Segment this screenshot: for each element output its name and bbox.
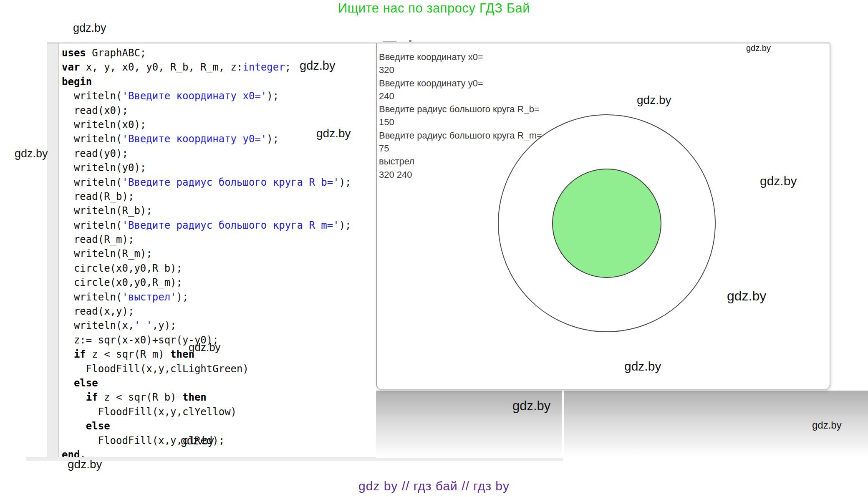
- console-line: Введите координату x0=: [379, 50, 542, 63]
- console-line: Введите радиус большого круга R_m=: [379, 129, 542, 142]
- console-line: 320: [379, 63, 542, 76]
- code-line: begin: [62, 75, 376, 89]
- watermark: gdz.by: [637, 93, 671, 107]
- console-line: выстрел: [379, 155, 542, 168]
- code-line: else: [62, 419, 376, 433]
- console-line: Введите радиус большого круга R_b=: [379, 103, 542, 116]
- code-line: if z < sqr(R_b) then: [62, 390, 376, 404]
- console-line: 75: [379, 142, 542, 155]
- console-line: 320 240: [379, 168, 542, 181]
- watermark: gdz.by: [812, 419, 842, 431]
- shadow-band: [376, 391, 868, 458]
- code-line: circle(x0,y0,R_m);: [62, 275, 376, 290]
- code-line: else: [62, 376, 376, 390]
- watermark: gdz.by: [181, 434, 214, 447]
- page-heading: Ищите нас по запросу ГДЗ Бай: [0, 1, 868, 16]
- editor-gutter: [47, 43, 59, 457]
- code-line: writeln(x,' ',y);: [62, 318, 376, 333]
- code-line: writeln('Введите радиус большого круга R…: [62, 218, 376, 232]
- code-line: FloodFill(x,y,clLightGreen): [62, 362, 376, 376]
- console-line: 150: [379, 116, 542, 129]
- watermark: gdz.by: [512, 399, 550, 414]
- watermark: gdz.by: [624, 359, 661, 373]
- code-line: writeln('Введите координату x0=');: [62, 89, 376, 103]
- shadow-band-divider: [562, 391, 564, 458]
- code-line: writeln('Введите радиус большого круга R…: [62, 175, 376, 189]
- watermark: gdz.by: [746, 43, 771, 53]
- code-line: writeln('выстрел');: [62, 290, 376, 304]
- console-line: Введите координату y0=: [379, 77, 542, 90]
- code-line: circle(x0,y0,R_b);: [62, 261, 376, 275]
- watermark: gdz.by: [189, 341, 221, 354]
- console-line: 240: [379, 90, 542, 103]
- minimize-icon: [383, 41, 396, 42]
- page-footer: gdz by // гдз бай // гдз by: [0, 479, 868, 493]
- console-output: Введите координату x0=320Введите координ…: [379, 50, 542, 181]
- window-control-dot: [409, 40, 411, 42]
- watermark: gdz.by: [727, 288, 766, 304]
- code-line: read(x0);: [62, 103, 376, 118]
- code-line: writeln(R_b);: [62, 204, 376, 218]
- code-line: writeln(y0);: [62, 161, 376, 175]
- code-line: FloodFill(x,y,clRed);: [62, 434, 376, 448]
- watermark: gdz.by: [15, 147, 48, 160]
- watermark: gdz.by: [316, 127, 351, 140]
- code-editor-pane: uses GraphABC;var x, y, x0, y0, R_b, R_m…: [47, 43, 376, 457]
- watermark: gdz.by: [73, 22, 106, 35]
- code-line: read(R_b);: [62, 189, 376, 204]
- output-window: Введите координату x0=320Введите координ…: [376, 43, 830, 390]
- code-line: writeln(R_m);: [62, 247, 376, 261]
- watermark: gdz.by: [300, 59, 335, 73]
- watermark: gdz.by: [68, 458, 102, 471]
- code-line: read(x,y);: [62, 304, 376, 318]
- watermark: gdz.by: [760, 174, 797, 188]
- code-line: read(y0);: [62, 146, 376, 161]
- code-line: FloodFill(x,y,clYellow): [62, 405, 376, 419]
- code-editor-text[interactable]: uses GraphABC;var x, y, x0, y0, R_b, R_m…: [62, 46, 376, 457]
- code-line: uses GraphABC;: [62, 46, 376, 60]
- small-green-circle: [553, 169, 661, 278]
- code-line: read(R_m);: [62, 232, 376, 247]
